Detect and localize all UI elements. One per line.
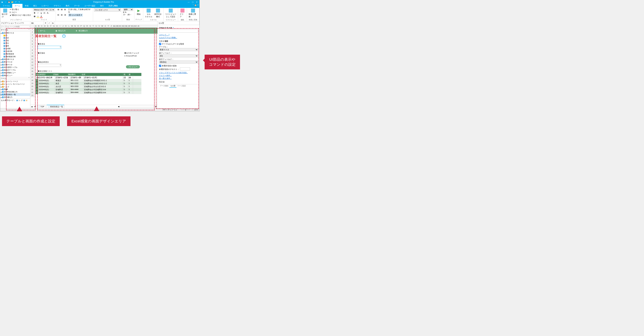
tree-node[interactable]: 作成者 xyxy=(0,47,30,50)
zoom-out-button[interactable]: − xyxy=(178,109,180,111)
formula-accept-button[interactable]: ✓ xyxy=(48,21,51,25)
col-header[interactable]: AE xyxy=(125,25,128,28)
copy-button[interactable]: ⎘ コピー xyxy=(10,11,31,14)
row-header[interactable]: 2 xyxy=(30,31,34,34)
sort-link[interactable]: 並べ替え条件... xyxy=(159,77,198,80)
tree-node[interactable]: 品名 xyxy=(0,39,30,42)
sheet-nav-first[interactable]: ⏮ xyxy=(31,106,33,108)
table-select[interactable]: 業者マスタ xyxy=(159,48,198,51)
rp-tab-celltype[interactable]: セル型 xyxy=(170,84,176,88)
help-icon[interactable]: ? xyxy=(172,27,174,29)
col-header[interactable]: AA xyxy=(113,25,116,28)
sheet-tab-top[interactable]: 📄TOP xyxy=(37,105,45,108)
tab-formula[interactable]: 数式 xyxy=(64,4,72,8)
row-header[interactable]: 23 xyxy=(30,94,34,97)
col-header[interactable]: A xyxy=(34,25,38,28)
data-row[interactable]: 52020/4/5(日)宮城野店984-4444宮城県仙台市宮城野区XX41-1 xyxy=(36,91,142,94)
col-header[interactable]: G xyxy=(52,25,56,28)
row-header[interactable]: 6 xyxy=(30,43,34,46)
query-link[interactable]: クエリー条件... xyxy=(159,74,198,77)
undo-icon[interactable]: ↶ xyxy=(14,1,17,3)
tree-node[interactable]: 最終更新者 xyxy=(0,53,30,55)
italic-button[interactable]: I xyxy=(36,12,39,14)
row-header[interactable]: 5 xyxy=(30,40,34,43)
font-name-select[interactable]: Meiryo UI(テー xyxy=(33,8,48,11)
col-header[interactable]: E xyxy=(46,25,50,28)
vendor-combo[interactable] xyxy=(38,46,61,49)
hscroll-right[interactable]: ▶ xyxy=(156,106,157,108)
rp-tab-page[interactable]: ページ設定 xyxy=(176,84,187,88)
col-header[interactable]: AB xyxy=(116,25,119,28)
page-node[interactable]: ▸ 業者別発注一覧 xyxy=(0,93,30,96)
home-icon[interactable]: 🏠 xyxy=(194,4,197,8)
rp-tab-data[interactable]: データ連結 xyxy=(159,84,170,88)
row-header[interactable]: 22 xyxy=(30,91,34,94)
tree-node[interactable]: 品目 xyxy=(0,36,30,39)
cell-style-button[interactable]: セル スタイル xyxy=(144,8,153,18)
col-header[interactable]: T xyxy=(92,25,95,28)
tree-node[interactable]: 最終更新日時 xyxy=(0,55,30,58)
col-header[interactable]: K xyxy=(64,25,68,28)
page-node[interactable]: ▸ ヘルプ xyxy=(0,86,30,88)
row-header[interactable]: 4 xyxy=(30,37,34,40)
tab-home[interactable]: ホーム xyxy=(12,4,22,8)
col-header[interactable]: F xyxy=(50,25,52,28)
row-header[interactable]: 18 xyxy=(30,79,34,82)
tree-node[interactable]: ▸ 店舗マスタ xyxy=(0,64,30,66)
zoom-slider[interactable] xyxy=(180,110,190,110)
data-row[interactable]: 22020/4/5(日)泉店982-2222宮城県仙台市泉区XXX2-2-21-… xyxy=(36,82,142,85)
border-button[interactable]: ▦ xyxy=(33,15,36,18)
pages-tree[interactable]: ▸ ビルトイン ページ▸ ビルトイン モバイルページ▸ ヘルプ▸ TOP▸ 原材… xyxy=(0,80,30,98)
tab-report[interactable]: レポート xyxy=(39,4,51,8)
value-field-select[interactable]: [ID] xyxy=(159,54,198,57)
col-header[interactable]: H xyxy=(56,25,58,28)
number-format-select[interactable]: 標準 xyxy=(123,8,133,11)
decrease-decimal-button[interactable]: .00→ xyxy=(127,14,132,16)
row-header[interactable]: 15 xyxy=(30,70,34,73)
align-bottom-button[interactable] xyxy=(64,8,66,11)
listview-button[interactable]: リストビュー として設定 xyxy=(164,8,177,18)
nav-home-link[interactable]: ⌂ホーム xyxy=(38,30,46,32)
data-row[interactable]: 12020/4/5(日)青葉店981-1111宮城県仙台市青葉区XXX1-11-… xyxy=(36,79,142,82)
col-header[interactable]: Y xyxy=(107,25,110,28)
merge-cells-button[interactable]: ▦ セルの結合 ▾ xyxy=(68,14,83,16)
access-control-link[interactable]: セルのアクセス制御... xyxy=(159,36,198,39)
row-header[interactable]: 17 xyxy=(30,76,34,79)
tree-node[interactable]: 作成日時 xyxy=(0,50,30,53)
dropdown-items-link[interactable]: ドロップダウンリストの表示項目.. xyxy=(159,72,198,74)
col-header[interactable]: J xyxy=(62,25,64,28)
hscroll-left[interactable]: ◀ xyxy=(118,106,119,108)
col-header[interactable]: AG xyxy=(131,25,134,28)
row-header[interactable]: 9 xyxy=(30,52,34,55)
col-header[interactable]: AD xyxy=(122,25,125,28)
data-row[interactable]: 42020/4/5(日)宮城野店984-4444宮城県仙台市宮城野区XX41-1 xyxy=(36,88,142,91)
col-header[interactable]: Z xyxy=(110,25,113,28)
fill-color-button[interactable]: ◇ xyxy=(36,15,39,18)
page-node[interactable]: ▸ 原材料発注数入力 xyxy=(0,90,30,93)
font-color-button[interactable]: A xyxy=(40,15,42,18)
cut-button[interactable]: ✂ 切り取り xyxy=(10,8,31,11)
col-header[interactable]: V xyxy=(98,25,101,28)
preview-button[interactable]: プレビュー xyxy=(126,65,140,68)
nav-input-link[interactable]: ▦発注入力 xyxy=(56,30,66,32)
align-middle-button[interactable] xyxy=(60,8,63,11)
page-node[interactable]: ▸ ビルトイン ページ xyxy=(0,80,30,83)
formula-cancel-button[interactable]: ✕ xyxy=(44,21,48,25)
save-icon[interactable]: 💾 xyxy=(8,1,10,3)
display-field-select[interactable]: [業者名] xyxy=(159,60,198,64)
col-header[interactable]: O xyxy=(77,25,80,28)
tree-node[interactable]: 単位 xyxy=(0,42,30,44)
tab-publish[interactable]: 発行 xyxy=(98,4,106,8)
hscrollbar[interactable] xyxy=(120,106,154,108)
format-painter-button[interactable]: 🖌 書式のコピー/貼り付け xyxy=(10,14,31,16)
page-node[interactable]: ▸ 発注書出力 xyxy=(0,96,30,98)
underline-button[interactable]: U xyxy=(40,12,42,14)
mode-icon-5[interactable]: ▤ xyxy=(26,99,27,102)
col-header[interactable]: Q xyxy=(83,25,86,28)
minimize-button[interactable]: — xyxy=(187,1,190,3)
nav-output-link[interactable]: 🗎発注書出力 xyxy=(76,30,88,32)
tab-create[interactable]: 作成 xyxy=(22,4,31,8)
bold-button[interactable]: B xyxy=(33,12,36,14)
row-header[interactable]: 21 xyxy=(30,88,34,91)
col-header[interactable]: L xyxy=(68,25,70,28)
